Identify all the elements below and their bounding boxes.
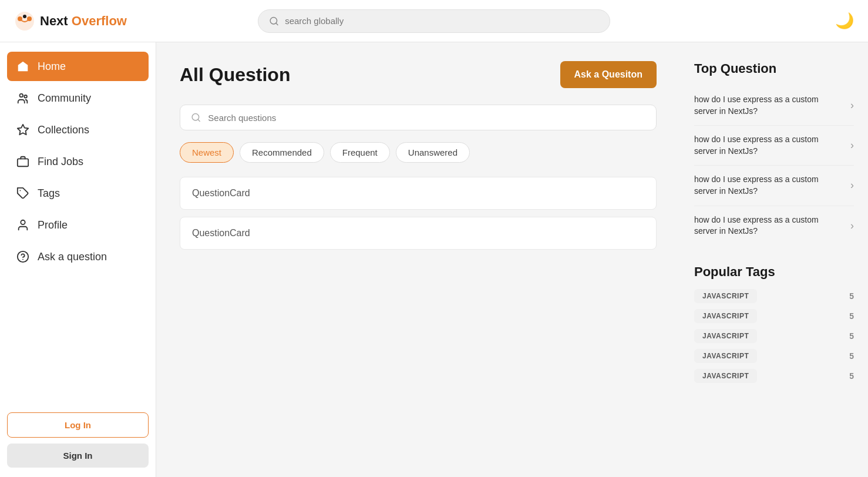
questions-search-bar[interactable]	[180, 105, 657, 130]
right-sidebar: Top Question how do I use express as a c…	[680, 42, 868, 477]
top-questions-section: Top Question how do I use express as a c…	[694, 61, 854, 246]
community-icon	[16, 92, 29, 105]
tag-badge[interactable]: JAVASCRIPT	[694, 309, 757, 323]
tag-row-2: JAVASCRIPT 5	[694, 309, 854, 323]
sidebar-item-home[interactable]: Home	[7, 52, 149, 81]
popular-tags-section: Popular Tags JAVASCRIPT 5 JAVASCRIPT 5 J…	[694, 264, 854, 383]
find-jobs-icon	[16, 155, 29, 168]
tag-row-1: JAVASCRIPT 5	[694, 289, 854, 303]
svg-line-15	[198, 119, 200, 121]
svg-point-7	[24, 95, 27, 98]
filter-tab-newest[interactable]: Newest	[180, 142, 234, 163]
filter-tab-frequent[interactable]: Frequent	[330, 142, 390, 163]
filter-tabs: Newest Recommended Frequent Unanswered	[180, 142, 657, 163]
collections-icon	[16, 123, 29, 136]
sidebar-item-find-jobs[interactable]: Find Jobs	[7, 147, 149, 176]
tags-icon	[16, 187, 29, 200]
sidebar: Home Community Collections Fi	[0, 42, 156, 477]
svg-point-6	[20, 94, 23, 98]
chevron-right-icon: ›	[850, 99, 854, 112]
questions-search-input[interactable]	[208, 113, 645, 123]
main-header: All Question Ask a Quesiton	[180, 61, 657, 88]
top-questions-title: Top Question	[694, 61, 854, 76]
top-question-text: how do I use express as a custom server …	[694, 174, 850, 197]
question-card[interactable]: QuestionCard	[180, 177, 657, 210]
tag-badge[interactable]: JAVASCRIPT	[694, 289, 757, 303]
profile-icon	[16, 219, 29, 231]
tag-count: 5	[849, 371, 854, 381]
tag-badge[interactable]: JAVASCRIPT	[694, 369, 757, 383]
svg-rect-9	[18, 159, 28, 166]
logo[interactable]: Next Overflow	[14, 11, 167, 32]
header-right: 🌙	[701, 12, 854, 30]
sidebar-item-collections[interactable]: Collections	[7, 115, 149, 145]
signin-button[interactable]: Sign In	[7, 444, 149, 468]
main-content: All Question Ask a Quesiton Newest Recom…	[156, 42, 680, 477]
tag-count: 5	[849, 311, 854, 321]
page-title: All Question	[180, 64, 290, 86]
filter-tab-unanswered[interactable]: Unanswered	[396, 142, 470, 163]
chevron-right-icon: ›	[850, 220, 854, 232]
sidebar-item-profile[interactable]: Profile	[7, 210, 149, 240]
layout: Home Community Collections Fi	[0, 42, 868, 477]
chevron-right-icon: ›	[850, 179, 854, 192]
tag-badge[interactable]: JAVASCRIPT	[694, 329, 757, 343]
question-card[interactable]: QuestionCard	[180, 217, 657, 250]
logo-icon	[14, 11, 35, 32]
tag-badge[interactable]: JAVASCRIPT	[694, 349, 757, 363]
top-question-item-3[interactable]: how do I use express as a custom server …	[694, 166, 854, 206]
svg-point-2	[23, 15, 26, 18]
header: Next Overflow 🌙	[0, 0, 868, 42]
tag-count: 5	[849, 291, 854, 301]
popular-tags-title: Popular Tags	[694, 264, 854, 280]
search-icon	[269, 16, 279, 26]
global-search-input[interactable]	[285, 16, 599, 26]
filter-tab-recommended[interactable]: Recommended	[240, 142, 324, 163]
chevron-right-icon: ›	[850, 139, 854, 152]
tag-row-5: JAVASCRIPT 5	[694, 369, 854, 383]
svg-line-5	[276, 23, 278, 25]
questions-search-icon	[191, 112, 201, 123]
tag-row-4: JAVASCRIPT 5	[694, 349, 854, 363]
login-button[interactable]: Log In	[7, 412, 149, 438]
tag-count: 5	[849, 351, 854, 361]
top-question-item-1[interactable]: how do I use express as a custom server …	[694, 86, 854, 126]
sidebar-item-community[interactable]: Community	[7, 83, 149, 113]
svg-marker-8	[18, 125, 28, 135]
ask-question-button[interactable]: Ask a Quesiton	[560, 61, 657, 88]
top-question-item-2[interactable]: how do I use express as a custom server …	[694, 126, 854, 166]
sidebar-item-tags[interactable]: Tags	[7, 179, 149, 208]
top-question-text: how do I use express as a custom server …	[694, 214, 850, 237]
top-question-item-4[interactable]: how do I use express as a custom server …	[694, 206, 854, 246]
tag-row-3: JAVASCRIPT 5	[694, 329, 854, 343]
top-question-text: how do I use express as a custom server …	[694, 134, 850, 157]
ask-icon	[16, 250, 29, 263]
sidebar-item-ask-question[interactable]: Ask a question	[7, 242, 149, 271]
logo-text: Next Overflow	[40, 14, 127, 29]
global-search-bar[interactable]	[258, 9, 610, 33]
header-search-container	[258, 9, 610, 33]
top-question-text: how do I use express as a custom server …	[694, 94, 850, 117]
dark-mode-toggle[interactable]: 🌙	[835, 12, 854, 30]
tag-count: 5	[849, 331, 854, 341]
svg-point-11	[21, 220, 25, 224]
home-icon	[16, 60, 29, 73]
